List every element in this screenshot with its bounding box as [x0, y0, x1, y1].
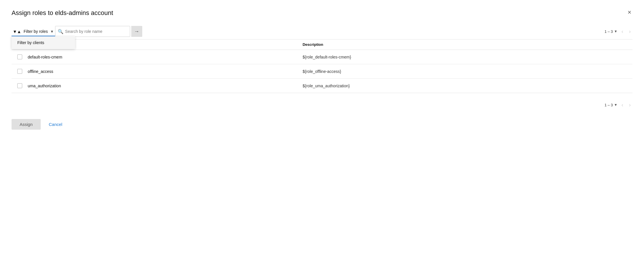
- row-desc-1: ${role_offline-access}: [303, 69, 632, 74]
- page-range-bottom-chevron-icon: ▼: [614, 103, 617, 107]
- table-row: offline_access ${role_offline-access}: [12, 64, 632, 79]
- row-checkbox-0[interactable]: [12, 54, 28, 59]
- filter-label: Filter by roles: [24, 29, 48, 34]
- row-desc-0: ${role_default-roles-cmem}: [303, 55, 632, 59]
- filter-dropdown: ▼▲ Filter by roles ▼ Filter by clients: [12, 27, 55, 36]
- page-range-top: 1 – 3 ▼: [604, 29, 617, 34]
- page-range-bottom: 1 – 3 ▼: [604, 103, 617, 107]
- roles-table: Description default-roles-cmem ${role_de…: [12, 39, 632, 93]
- next-page-button-top[interactable]: ›: [627, 28, 632, 35]
- col-description-header: Description: [303, 42, 632, 47]
- chevron-down-icon: ▼: [50, 29, 54, 34]
- toolbar: ▼▲ Filter by roles ▼ Filter by clients 🔍…: [12, 26, 632, 37]
- page-range-chevron-icon: ▼: [614, 29, 617, 33]
- row-name-2: uma_authorization: [28, 84, 303, 88]
- pagination-top: 1 – 3 ▼ ‹ ›: [604, 28, 632, 35]
- row-checkbox-1[interactable]: [12, 69, 28, 74]
- filter-dropdown-menu: Filter by clients: [12, 36, 75, 49]
- filter-by-roles-button[interactable]: ▼▲ Filter by roles ▼: [12, 27, 55, 36]
- search-icon: 🔍: [58, 29, 63, 34]
- table-row: uma_authorization ${role_uma_authorizati…: [12, 79, 632, 93]
- checkbox-offline-access[interactable]: [17, 69, 22, 74]
- prev-page-button-bottom[interactable]: ‹: [620, 101, 625, 109]
- row-desc-2: ${role_uma_authorization}: [303, 84, 632, 88]
- assign-roles-dialog: Assign roles to elds-admins account × ▼▲…: [0, 0, 644, 272]
- close-button[interactable]: ×: [625, 8, 634, 17]
- search-container: 🔍: [55, 26, 130, 37]
- row-checkbox-2[interactable]: [12, 83, 28, 88]
- pagination-bottom: 1 – 3 ▼ ‹ ›: [12, 101, 632, 109]
- next-page-button-bottom[interactable]: ›: [627, 101, 632, 109]
- search-go-button[interactable]: →: [131, 26, 142, 37]
- table-header: Description: [12, 39, 632, 50]
- filter-by-clients-item[interactable]: Filter by clients: [12, 36, 75, 49]
- funnel-icon: ▼▲: [13, 29, 21, 34]
- row-name-0: default-roles-cmem: [28, 55, 303, 59]
- cancel-button[interactable]: Cancel: [46, 119, 65, 130]
- search-input[interactable]: [65, 29, 123, 34]
- prev-page-button-top[interactable]: ‹: [620, 28, 625, 35]
- checkbox-default-roles-cmem[interactable]: [17, 54, 22, 59]
- footer-actions: Assign Cancel: [12, 119, 632, 130]
- table-row: default-roles-cmem ${role_default-roles-…: [12, 50, 632, 64]
- row-name-1: offline_access: [28, 69, 303, 74]
- dialog-title: Assign roles to elds-admins account: [12, 9, 632, 17]
- checkbox-uma-authorization[interactable]: [17, 83, 22, 88]
- assign-button[interactable]: Assign: [12, 119, 41, 130]
